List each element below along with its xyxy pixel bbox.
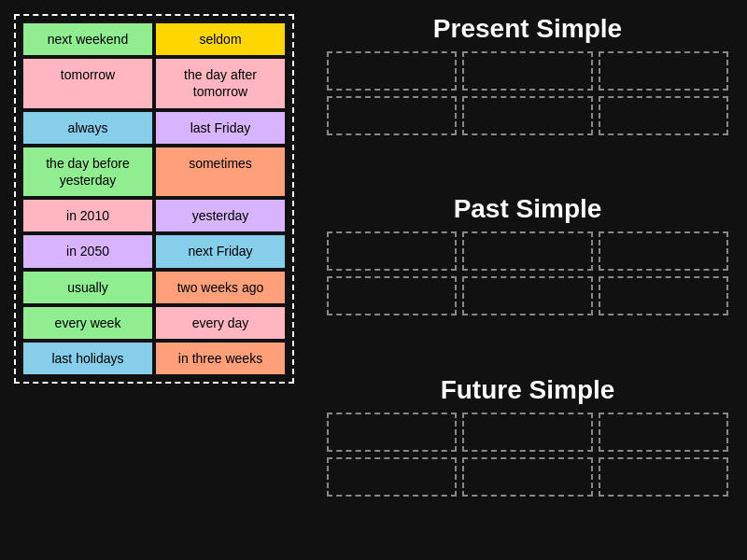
drop-cell[interactable] [327, 413, 457, 452]
drop-cell[interactable] [599, 96, 728, 135]
drop-grid [327, 51, 728, 135]
word-card[interactable]: next weekend [23, 23, 152, 55]
drop-grid [327, 231, 728, 315]
word-card[interactable]: every week [23, 307, 152, 339]
tense-title: Present Simple [327, 14, 728, 44]
word-card[interactable]: in three weeks [156, 343, 285, 374]
tense-section: Past Simple [327, 194, 728, 365]
tense-section: Present Simple [327, 14, 728, 185]
word-card[interactable]: tomorrow [23, 59, 152, 107]
drop-cell[interactable] [599, 276, 728, 315]
drop-cell[interactable] [462, 231, 592, 271]
word-card[interactable]: the day after tomorrow [156, 59, 285, 107]
drop-cell[interactable] [327, 231, 457, 271]
word-bank: next weekendseldomtomorrowthe day after … [0, 0, 308, 560]
word-card[interactable]: seldom [156, 23, 285, 55]
word-card[interactable]: yesterday [156, 200, 285, 231]
drop-cell[interactable] [327, 457, 457, 497]
tense-title: Future Simple [327, 375, 728, 405]
word-card[interactable]: every day [156, 307, 285, 339]
word-card[interactable]: in 2010 [23, 200, 152, 231]
tense-panels: Present SimplePast SimpleFuture Simple [308, 0, 747, 560]
word-card[interactable]: next Friday [156, 235, 285, 267]
drop-cell[interactable] [462, 96, 592, 135]
drop-cell[interactable] [599, 231, 728, 271]
drop-cell[interactable] [599, 457, 728, 497]
tense-title: Past Simple [327, 194, 728, 224]
drop-cell[interactable] [462, 51, 592, 91]
word-card[interactable]: sometimes [156, 147, 285, 196]
word-card[interactable]: last Friday [156, 112, 285, 144]
drop-cell[interactable] [599, 413, 728, 452]
word-card[interactable]: two weeks ago [156, 272, 285, 303]
word-card[interactable]: the day before yesterday [23, 147, 152, 196]
word-card[interactable]: always [23, 112, 152, 144]
drop-cell[interactable] [327, 276, 457, 315]
drop-cell[interactable] [462, 276, 592, 315]
drop-cell[interactable] [599, 51, 728, 91]
drop-grid [327, 413, 728, 497]
word-grid: next weekendseldomtomorrowthe day after … [14, 14, 294, 384]
drop-cell[interactable] [462, 457, 592, 497]
drop-cell[interactable] [327, 96, 457, 135]
drop-cell[interactable] [327, 51, 457, 91]
tense-section: Future Simple [327, 375, 728, 546]
drop-cell[interactable] [462, 413, 592, 452]
word-card[interactable]: last holidays [23, 343, 152, 374]
word-card[interactable]: in 2050 [23, 235, 152, 267]
word-card[interactable]: usually [23, 272, 152, 303]
